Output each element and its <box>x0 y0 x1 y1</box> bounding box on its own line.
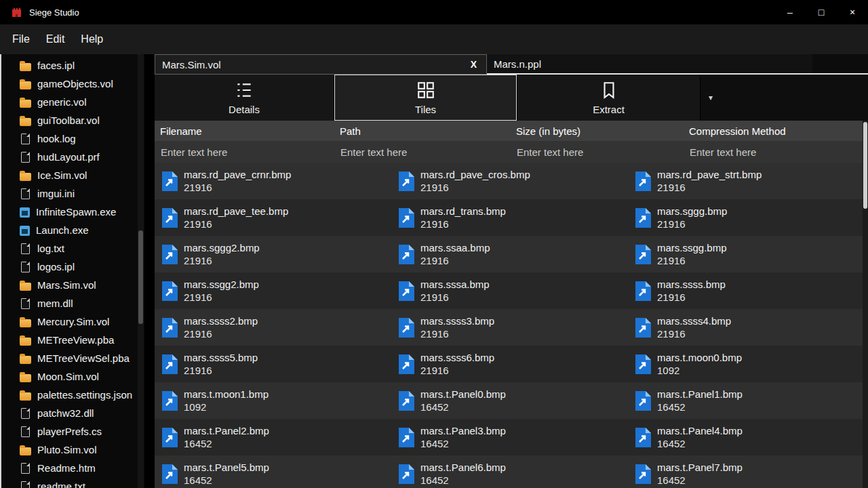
sidebar-item[interactable]: logos.ipl <box>1 258 144 276</box>
sidebar-item[interactable]: faces.ipl <box>1 56 144 75</box>
file-tile[interactable]: mars.ssgg2.bmp 21916 <box>155 272 391 309</box>
column-header[interactable]: Path <box>334 125 511 137</box>
file-tile[interactable]: mars.ssss3.bmp 21916 <box>391 309 628 346</box>
file-tile[interactable]: mars.sggg2.bmp 21916 <box>155 236 391 272</box>
column-header[interactable]: Filename <box>155 125 334 137</box>
file-name: mars.rd_pave_cros.bmp <box>420 168 530 181</box>
file-grid-scrollbar[interactable] <box>863 121 868 488</box>
sidebar-scrollbar[interactable] <box>138 54 144 488</box>
file-tile[interactable]: mars.ssgg.bmp 21916 <box>628 236 868 272</box>
file-size: 21916 <box>657 327 731 340</box>
minimize-button[interactable]: – <box>774 0 806 24</box>
sidebar-item[interactable]: Readme.htm <box>1 459 144 477</box>
app-window: Siege Studio – □ × File Edit Help faces.… <box>0 0 868 488</box>
sidebar-item[interactable]: Pluto.Sim.vol <box>1 441 144 459</box>
file-size: 21916 <box>184 254 260 267</box>
file-tile[interactable]: mars.t.Panel5.bmp 16452 <box>155 455 391 488</box>
menu-item[interactable]: Help <box>73 29 111 49</box>
sidebar-item-label: log.txt <box>37 243 64 254</box>
sidebar-item[interactable]: patchw32.dll <box>1 404 144 422</box>
file-tile[interactable]: mars.t.Panel6.bmp 16452 <box>391 455 628 488</box>
file-tree-sidebar: faces.ipl gameObjects.vol generic.vol gu… <box>1 54 144 488</box>
menu-item[interactable]: File <box>4 29 38 49</box>
sidebar-item[interactable]: METreeViewSel.pba <box>1 349 144 367</box>
sidebar-item[interactable]: Moon.Sim.vol <box>1 367 144 386</box>
close-button[interactable]: × <box>837 0 868 24</box>
sidebar-item[interactable]: log.txt <box>1 239 144 258</box>
sidebar-item[interactable]: Ice.Sim.vol <box>1 166 144 184</box>
file-tile[interactable]: mars.ssss5.bmp 21916 <box>155 346 391 382</box>
maximize-button[interactable]: □ <box>806 0 837 24</box>
sidebar-item[interactable]: hudLayout.prf <box>1 148 144 166</box>
sidebar-item-label: Mars.Sim.vol <box>37 279 96 291</box>
file-tile[interactable]: mars.rd_pave_crnr.bmp 21916 <box>155 163 391 199</box>
folder-icon <box>20 173 31 181</box>
sidebar-item[interactable]: generic.vol <box>1 93 144 111</box>
file-name: mars.ssss.bmp <box>657 278 726 291</box>
sidebar-item[interactable]: mem.dll <box>1 294 144 312</box>
file-tile[interactable]: mars.ssaa.bmp 21916 <box>391 236 628 272</box>
file-tile[interactable]: mars.t.moon1.bmp 1092 <box>155 382 391 419</box>
file-name: mars.rd_trans.bmp <box>420 205 506 218</box>
tab-mars-n-ppl[interactable]: Mars.n.ppl <box>487 54 812 75</box>
tiles-view-button[interactable]: Tiles <box>334 75 517 121</box>
folder-icon <box>20 81 31 89</box>
sidebar-item[interactable]: gameObjects.vol <box>1 75 144 93</box>
sidebar-item[interactable]: palettes.settings.json <box>1 386 144 404</box>
file-tile[interactable]: mars.rd_pave_cros.bmp 21916 <box>391 163 628 199</box>
file-tile[interactable]: mars.t.Panel4.bmp 16452 <box>628 419 868 455</box>
sidebar-item[interactable]: METreeView.pba <box>1 331 144 349</box>
file-tile[interactable]: mars.ssss4.bmp 21916 <box>628 309 868 346</box>
file-tile[interactable]: mars.t.moon0.bmp 1092 <box>628 346 868 382</box>
chevron-down-icon: ▾ <box>709 93 713 102</box>
file-size: 21916 <box>420 364 494 377</box>
file-tile[interactable]: mars.t.Panel2.bmp 16452 <box>155 419 391 455</box>
file-tile[interactable]: mars.rd_pave_tee.bmp 21916 <box>155 199 391 236</box>
column-filter-input[interactable] <box>155 146 326 158</box>
details-view-button[interactable]: Details <box>155 75 334 121</box>
file-tile[interactable]: mars.rd_pave_strt.bmp 21916 <box>628 163 868 199</box>
file-tile[interactable]: mars.ssss2.bmp 21916 <box>155 309 391 346</box>
extract-button[interactable]: Extract <box>517 75 701 121</box>
file-name: mars.t.moon0.bmp <box>657 351 742 364</box>
sidebar-item[interactable]: playerPrefs.cs <box>1 422 144 441</box>
file-size: 21916 <box>184 364 258 377</box>
sidebar-item[interactable]: hook.log <box>1 129 144 148</box>
file-tile[interactable]: mars.t.Panel0.bmp 16452 <box>391 382 628 419</box>
tab-mars-sim-vol[interactable]: Mars.Sim.vol X <box>155 54 487 75</box>
file-size: 16452 <box>420 474 506 487</box>
sidebar-item[interactable]: imgui.ini <box>1 184 144 203</box>
file-tile[interactable]: mars.t.Panel3.bmp 16452 <box>391 419 628 455</box>
sidebar-item[interactable]: Launch.exe <box>1 221 144 239</box>
app-icon <box>20 226 30 236</box>
file-tile[interactable]: mars.t.Panel1.bmp 16452 <box>628 382 868 419</box>
file-tile[interactable]: mars.sssa.bmp 21916 <box>391 272 628 309</box>
menu-item[interactable]: Edit <box>38 29 73 49</box>
file-size: 16452 <box>657 474 743 487</box>
file-tile[interactable]: mars.rd_trans.bmp 21916 <box>391 199 628 236</box>
column-header[interactable]: Compression Method <box>684 125 868 137</box>
sidebar-item[interactable]: guiToolbar.vol <box>1 111 144 129</box>
file-tile[interactable]: mars.ssss6.bmp 21916 <box>391 346 628 382</box>
details-list-icon <box>235 81 254 102</box>
sidebar-item[interactable]: readme.txt <box>1 477 144 488</box>
file-tile[interactable]: mars.t.Panel7.bmp 16452 <box>628 455 868 488</box>
sidebar-item[interactable]: Mars.Sim.vol <box>1 276 144 294</box>
tab-close-icon[interactable]: X <box>468 59 479 70</box>
file-name: mars.t.Panel1.bmp <box>657 388 743 401</box>
column-header[interactable]: Size (in bytes) <box>511 125 684 137</box>
file-tile[interactable]: mars.sggg.bmp 21916 <box>628 199 868 236</box>
sidebar-scrollbar-thumb[interactable] <box>138 230 143 324</box>
column-filter-input[interactable] <box>511 146 675 158</box>
image-file-icon <box>161 354 178 375</box>
column-filter-input[interactable] <box>684 146 859 158</box>
sidebar-item-label: imgui.ini <box>37 188 75 199</box>
extract-options-dropdown[interactable]: ▾ <box>701 75 721 121</box>
column-filter-input[interactable] <box>334 146 502 158</box>
file-tile[interactable]: mars.ssss.bmp 21916 <box>628 272 868 309</box>
content-area: faces.ipl gameObjects.vol generic.vol gu… <box>0 54 868 488</box>
sidebar-item[interactable]: Mercury.Sim.vol <box>1 312 144 331</box>
sidebar-item[interactable]: InfiniteSpawn.exe <box>1 203 144 221</box>
file-grid-scrollbar-thumb[interactable] <box>863 122 867 209</box>
extract-button-label: Extract <box>593 104 625 115</box>
